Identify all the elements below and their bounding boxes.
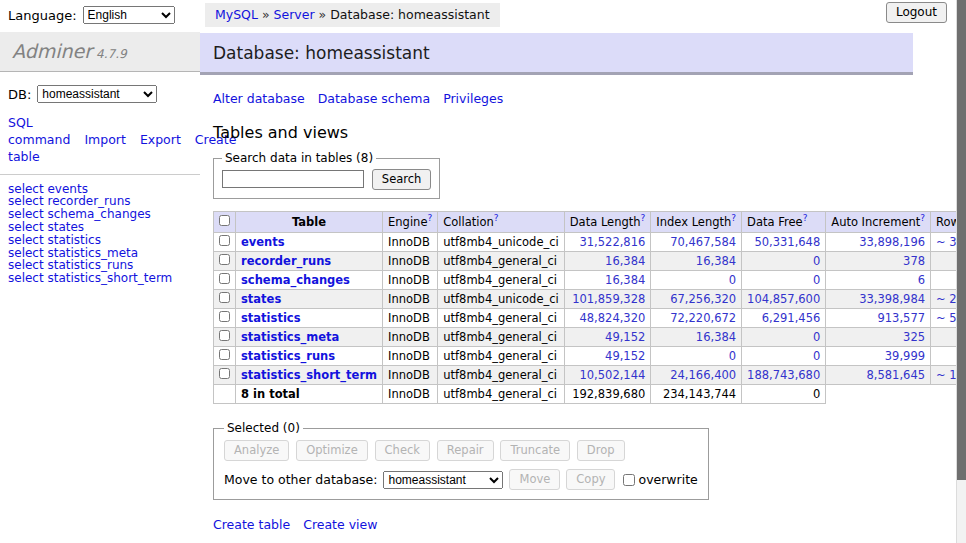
cell-collation: utf8mb4_general_ci (438, 252, 565, 271)
cell-auto-increment: 33,898,196 (826, 233, 931, 252)
sidebar-link-import[interactable]: Import (84, 132, 126, 147)
table-link[interactable]: recorder_runs (241, 254, 331, 268)
db-select[interactable]: homeassistant (37, 85, 157, 103)
search-fieldset: Search data in tables (8) Search (213, 151, 440, 199)
table-link[interactable]: statistics_runs (241, 349, 335, 363)
cell-index-length: 0 (651, 271, 742, 290)
create-table-link[interactable]: Create table (213, 517, 290, 532)
cell-collation: utf8mb4_general_ci (438, 309, 565, 328)
cell-data-length: 49,152 (564, 328, 651, 347)
cell-auto-increment: 325 (826, 328, 931, 347)
col-header-data-length: Data Length? (564, 212, 651, 233)
table-link[interactable]: events (241, 235, 285, 249)
cell-data-length: 31,522,816 (564, 233, 651, 252)
cell-index-length: 70,467,584 (651, 233, 742, 252)
vertical-scrollbar[interactable] (956, 0, 966, 543)
data-free-hint-link[interactable]: ? (803, 213, 808, 223)
table-row: statistics_meta InnoDB utf8mb4_general_c… (214, 328, 966, 347)
cell-data-length: 101,859,328 (564, 290, 651, 309)
search-input[interactable] (222, 170, 364, 188)
cell-index-length: 0 (651, 347, 742, 366)
engine-hint-link[interactable]: ? (427, 213, 432, 223)
sidebar-item-select-statistics-short-term[interactable]: select statistics_short_term (0, 272, 200, 285)
overwrite-checkbox[interactable] (623, 474, 635, 486)
alter-database-link[interactable]: Alter database (213, 91, 305, 106)
sidebar-link-sql-command[interactable]: SQL command (8, 115, 70, 147)
cell-collation: utf8mb4_general_ci (438, 366, 565, 385)
cell-table-name: statistics (236, 309, 383, 328)
cell-auto-increment: 8,581,645 (826, 366, 931, 385)
cell-collation: utf8mb4_general_ci (438, 347, 565, 366)
table-total-row: 8 in total InnoDB utf8mb4_general_ci 192… (214, 385, 966, 404)
drop-button[interactable]: Drop (577, 440, 625, 461)
total-empty-cell (214, 385, 236, 404)
select-all-checkbox[interactable] (219, 215, 230, 226)
create-view-link[interactable]: Create view (303, 517, 377, 532)
search-legend: Search data in tables (8) (222, 151, 376, 165)
cell-collation: utf8mb4_general_ci (438, 271, 565, 290)
table-link[interactable]: statistics (241, 311, 301, 325)
row-checkbox[interactable] (219, 254, 230, 265)
overwrite-label: overwrite (638, 472, 697, 487)
cell-auto-increment: 378 (826, 252, 931, 271)
move-database-select[interactable]: homeassistant (383, 471, 503, 489)
cell-auto-increment: 913,577 (826, 309, 931, 328)
breadcrumb-separator: » (262, 7, 270, 22)
check-button[interactable]: Check (375, 440, 430, 461)
cell-index-length: 72,220,672 (651, 309, 742, 328)
cell-table-name: states (236, 290, 383, 309)
row-checkbox[interactable] (219, 349, 230, 360)
cell-collation: utf8mb4_general_ci (438, 328, 565, 347)
cell-collation: utf8mb4_unicode_ci (438, 233, 565, 252)
search-button[interactable]: Search (372, 169, 432, 190)
sidebar-item-select-states[interactable]: select states (0, 221, 200, 234)
truncate-button[interactable]: Truncate (500, 440, 570, 461)
total-index-length: 234,143,744 (651, 385, 742, 404)
auto-increment-hint-link[interactable]: ? (920, 213, 925, 223)
total-label: 8 in total (236, 385, 383, 404)
table-row: states InnoDB utf8mb4_unicode_ci 101,859… (214, 290, 966, 309)
main-content: MySQL»Server»Database: homeassistant Log… (200, 0, 966, 543)
breadcrumb-mysql-link[interactable]: MySQL (215, 7, 258, 22)
table-link[interactable]: schema_changes (241, 273, 350, 287)
data-length-hint-link[interactable]: ? (641, 213, 646, 223)
database-schema-link[interactable]: Database schema (318, 91, 430, 106)
sidebar-item-select-statistics[interactable]: select statistics (0, 234, 200, 247)
total-data-free: 0 (742, 385, 826, 404)
index-length-hint-link[interactable]: ? (731, 213, 736, 223)
row-checkbox[interactable] (219, 273, 230, 284)
cell-data-free: 0 (742, 328, 826, 347)
table-link[interactable]: statistics_meta (241, 330, 339, 344)
row-checkbox[interactable] (219, 368, 230, 379)
cell-table-name: events (236, 233, 383, 252)
repair-button[interactable]: Repair (437, 440, 494, 461)
optimize-button[interactable]: Optimize (296, 440, 368, 461)
move-button[interactable]: Move (509, 469, 560, 490)
logout-button[interactable]: Logout (886, 2, 947, 23)
cell-engine: InnoDB (383, 233, 438, 252)
cell-data-length: 48,824,320 (564, 309, 651, 328)
table-link[interactable]: states (241, 292, 281, 306)
row-checkbox[interactable] (219, 311, 230, 322)
cell-index-length: 24,166,400 (651, 366, 742, 385)
language-select[interactable]: English (83, 6, 175, 24)
analyze-button[interactable]: Analyze (224, 440, 289, 461)
row-checkbox[interactable] (219, 292, 230, 303)
scrollbar-thumb[interactable] (957, 0, 966, 480)
row-checkbox[interactable] (219, 330, 230, 341)
row-checkbox[interactable] (219, 235, 230, 246)
cell-data-free: 50,331,648 (742, 233, 826, 252)
copy-button[interactable]: Copy (566, 469, 615, 490)
col-header-table: Table (236, 212, 383, 233)
sidebar-table-list: select events select recorder_runs selec… (0, 174, 200, 285)
collation-hint-link[interactable]: ? (494, 213, 499, 223)
cell-data-length: 16,384 (564, 271, 651, 290)
sidebar-link-export[interactable]: Export (140, 132, 181, 147)
move-to-database-label: Move to other database: (224, 472, 377, 487)
col-header-collation: Collation? (438, 212, 565, 233)
breadcrumb-server-link[interactable]: Server (274, 7, 315, 22)
privileges-link[interactable]: Privileges (443, 91, 503, 106)
table-link[interactable]: statistics_short_term (241, 368, 377, 382)
table-row: statistics InnoDB utf8mb4_general_ci 48,… (214, 309, 966, 328)
cell-engine: InnoDB (383, 347, 438, 366)
